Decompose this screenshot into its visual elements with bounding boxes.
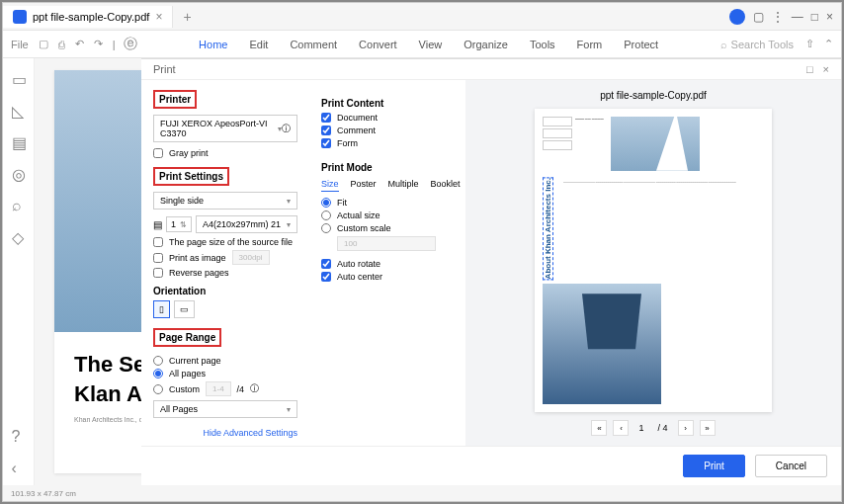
stamp-box [543, 140, 572, 150]
document-tab[interactable]: ppt file-sample-Copy.pdf × [3, 6, 173, 28]
more-icon[interactable]: ⋮ [772, 10, 784, 24]
print-icon[interactable]: ⎙ [58, 39, 65, 50]
undo-icon[interactable]: ↶ [75, 38, 84, 50]
tab-label: ppt file-sample-Copy.pdf [33, 11, 149, 23]
gray-print-checkbox[interactable]: Gray print [153, 148, 297, 158]
print-dialog: Print □ × Printer FUJI XEROX ApeosPort-V… [141, 58, 841, 485]
expand-icon[interactable]: ⌃ [824, 38, 833, 50]
hide-advanced-link[interactable]: Hide Advanced Settings [153, 428, 297, 438]
actual-size-input[interactable] [321, 210, 331, 220]
dialog-maximize-icon[interactable]: □ [806, 63, 813, 75]
page-last-button[interactable]: » [700, 420, 716, 436]
dialog-close-icon[interactable]: × [823, 63, 829, 75]
paper-size-dropdown[interactable]: A4(210x297mm) 21 ▾ [196, 215, 297, 233]
current-page-input[interactable] [153, 356, 163, 366]
printer-info-icon[interactable]: ⓘ [282, 123, 291, 135]
sides-dropdown[interactable]: Single side ▾ [153, 192, 297, 210]
all-pages-label: All pages [169, 369, 206, 378]
page-size-source-input[interactable] [153, 237, 163, 247]
orientation-label: Orientation [153, 286, 297, 296]
collapse-icon[interactable]: ‹ [12, 460, 26, 473]
form-checkbox[interactable]: Form [321, 138, 454, 148]
page-icon[interactable]: ▭ [12, 70, 26, 84]
page-size-source-label: The page size of the source file [169, 237, 293, 247]
fit-radio[interactable]: Fit [321, 198, 454, 208]
actual-size-radio[interactable]: Actual size [321, 210, 454, 220]
search-tools[interactable]: ⌕ Search Tools [720, 39, 794, 50]
comment-checkbox[interactable]: Comment [321, 126, 454, 135]
help-icon[interactable]: ? [12, 428, 26, 442]
menu-protect[interactable]: Protect [624, 39, 658, 50]
auto-center-input[interactable] [321, 272, 331, 282]
all-pages-filter-dropdown[interactable]: All Pages ▾ [153, 400, 297, 418]
print-as-image-label: Print as image [169, 253, 226, 263]
menu-edit[interactable]: Edit [249, 39, 268, 50]
minimize-button[interactable]: — [792, 10, 803, 24]
document-checkbox[interactable]: Document [321, 113, 454, 123]
menu-home[interactable]: Home [199, 39, 227, 50]
bookmark-icon[interactable]: ◺ [12, 102, 26, 116]
chat-icon[interactable]: ▢ [753, 10, 764, 24]
custom-scale-input[interactable] [321, 223, 331, 233]
auto-rotate-input[interactable] [321, 259, 331, 269]
info-icon[interactable]: ⓘ [250, 382, 259, 395]
page-next-button[interactable]: › [678, 420, 694, 436]
tab-poster[interactable]: Poster [351, 179, 377, 192]
share-icon[interactable]: ⇧ [805, 38, 814, 50]
file-menu[interactable]: File [11, 39, 29, 50]
preview-title: ppt file-sample-Copy.pdf [600, 90, 707, 101]
print-as-image-input[interactable] [153, 253, 163, 263]
custom-range-input[interactable] [153, 384, 163, 394]
tab-multiple[interactable]: Multiple [388, 179, 419, 192]
tab-size[interactable]: Size [321, 179, 339, 192]
menu-view[interactable]: View [419, 39, 443, 50]
copies-spinner[interactable]: 1 ⇅ [166, 216, 192, 232]
maximize-button[interactable]: □ [811, 10, 818, 24]
orientation-landscape-button[interactable]: ▭ [174, 300, 195, 318]
print-settings-section-label: Print Settings [153, 167, 229, 186]
search-panel-icon[interactable]: ⌕ [12, 197, 26, 210]
document-input[interactable] [321, 113, 331, 123]
add-tab-button[interactable]: + [173, 9, 201, 25]
page-size-source-checkbox[interactable]: The page size of the source file [153, 237, 297, 247]
auto-center-checkbox[interactable]: Auto center [321, 272, 454, 282]
spinner-up-down-icon[interactable]: ⇅ [180, 220, 187, 229]
reverse-pages-input[interactable] [153, 268, 163, 278]
menu-tools[interactable]: Tools [530, 39, 555, 50]
orientation-portrait-button[interactable]: ▯ [153, 300, 170, 318]
custom-scale-radio[interactable]: Custom scale [321, 223, 454, 233]
attachment-icon[interactable]: ◎ [12, 165, 26, 179]
notes-icon[interactable]: ◇ [12, 228, 26, 242]
menu-form[interactable]: Form [577, 39, 603, 50]
form-input[interactable] [321, 138, 331, 148]
redo-icon[interactable]: ↷ [94, 38, 103, 50]
dialog-footer: Print Cancel [141, 446, 841, 485]
page-prev-button[interactable]: ‹ [613, 420, 629, 436]
printer-dropdown[interactable]: FUJI XEROX ApeosPort-VI C3370 ▾ ⓘ [153, 115, 297, 142]
comment-input[interactable] [321, 126, 331, 135]
print-button[interactable]: Print [683, 455, 745, 477]
print-as-image-checkbox[interactable]: Print as image 300dpi [153, 250, 297, 265]
all-pages-radio[interactable]: All pages [153, 369, 297, 378]
menu-organize[interactable]: Organize [464, 39, 508, 50]
print-mode-label: Print Mode [321, 162, 454, 173]
fit-input[interactable] [321, 198, 331, 208]
menu-comment[interactable]: Comment [290, 39, 337, 50]
reverse-pages-checkbox[interactable]: Reverse pages [153, 268, 297, 278]
gray-print-input[interactable] [153, 148, 163, 158]
custom-range-radio[interactable]: Custom 1-4 /4 ⓘ [153, 381, 297, 396]
user-avatar[interactable] [729, 9, 745, 25]
close-button[interactable]: × [826, 10, 833, 24]
layers-icon[interactable]: ▤ [12, 133, 26, 147]
page-first-button[interactable]: « [591, 420, 607, 436]
close-icon[interactable]: × [155, 10, 162, 24]
auto-rotate-checkbox[interactable]: Auto rotate [321, 259, 454, 269]
current-page-radio[interactable]: Current page [153, 356, 297, 366]
cancel-button[interactable]: Cancel [755, 455, 827, 477]
left-sidebar: ▭ ◺ ▤ ◎ ⌕ ◇ ? ‹ [3, 58, 35, 485]
save-icon[interactable]: ▢ [39, 38, 48, 50]
pdf-icon [13, 10, 27, 24]
tab-booklet[interactable]: Booklet [431, 179, 461, 192]
all-pages-input[interactable] [153, 369, 163, 378]
menu-convert[interactable]: Convert [359, 39, 397, 50]
